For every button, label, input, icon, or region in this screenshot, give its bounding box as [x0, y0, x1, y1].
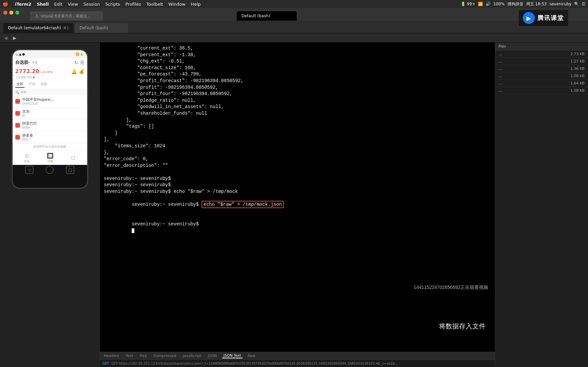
minimize-button[interactable]	[9, 11, 13, 15]
menu-toolbelt[interactable]: Toolbelt	[146, 2, 163, 7]
item-name: ...	[499, 59, 502, 63]
battery-icon: 🔋 99+	[461, 2, 475, 6]
bp-tab-json-text[interactable]: JSON Text	[222, 353, 242, 358]
terminal-cursor	[132, 228, 134, 233]
stock-item-pingan[interactable]: 中国平安Hogwar... SH601318	[13, 95, 87, 107]
json-line-2: "percent_ext": -1.38,	[104, 52, 491, 59]
json-line-4: "contract_size": 100,	[104, 65, 491, 71]
bp-tab-javascript[interactable]: JavaScript	[182, 354, 203, 358]
stock-price-row: 2772.20 +0.26% 🔔 💰	[13, 67, 87, 75]
stock-item-pinduoduo[interactable]: 拼多多 PDD	[13, 131, 87, 143]
recent-gesture[interactable]: □	[66, 166, 74, 174]
maximize-button[interactable]	[15, 11, 19, 15]
save-annotation: 将数据存入文件	[436, 320, 488, 332]
bp-tab-hex[interactable]: Hex	[138, 354, 148, 358]
menu-shell[interactable]: Shell	[37, 2, 49, 7]
wifi-icon: 📶	[478, 2, 483, 6]
app-market: 市场	[32, 61, 38, 65]
bp-tab-text[interactable]: Text	[124, 354, 134, 358]
apple-menu[interactable]: 🍎	[3, 1, 8, 7]
json-line-3: "chg_ext": -0.51,	[104, 58, 491, 65]
stock-column-header: 🔍 名称	[13, 89, 87, 95]
app-header: 自选股· 市场 ↻ ☰	[13, 58, 87, 67]
hq-icon: 🔲	[47, 153, 54, 159]
bp-tab-raw[interactable]: Raw	[246, 354, 257, 358]
menu-session[interactable]: Session	[83, 2, 100, 7]
phone-bottom-nav: ⊙ 至场 🔲 行情 ◻	[13, 150, 87, 165]
json-line-6: "profit_forecast": -982196394.0850592,	[104, 78, 491, 84]
alibaba-code: BABA	[22, 126, 37, 129]
menu-help[interactable]: Help	[191, 2, 201, 7]
tab-all[interactable]: 全部	[15, 81, 25, 88]
phone-simulator-panel: △ ▲ ● 📶 🔋 自选股· 市场 ↻ ☰ 2772.20	[0, 43, 100, 367]
json-line-17: },	[104, 150, 491, 156]
json-line-15: ],	[104, 136, 491, 143]
menu-view[interactable]: View	[68, 2, 78, 7]
menu-bar-right: 🔋 99+ 📶 🔊 100% 搜狗拼音 周五 18:53 seveniruby …	[461, 1, 585, 7]
terminal-container: "current_ext": 36.5, "percent_ext": -1.3…	[100, 43, 495, 367]
json-line-10: "goodwill_in_net_assets": null,	[104, 104, 491, 110]
menu-edit[interactable]: Edit	[54, 2, 63, 7]
index-sub: 日由 ●	[27, 76, 35, 79]
jd-name: 京东	[22, 109, 30, 114]
username: seveniruby	[549, 2, 571, 6]
phone-frame: △ ▲ ● 📶 🔋 自选股· 市场 ↻ ☰ 2772.20	[12, 49, 88, 189]
json-line-14: }	[104, 130, 491, 137]
json-line-9: "pledge_ratio": null,	[104, 97, 491, 104]
prompt-line-2: seveniruby:~ seveniruby$	[104, 182, 491, 188]
app-icons: ↻ ☰	[74, 60, 84, 65]
search-icon[interactable]: 🔍	[574, 2, 579, 6]
menu-scripts[interactable]: Scripts	[105, 2, 120, 7]
login-prompt: 登录即可永久保存自选股	[13, 143, 87, 150]
pingan-name: 中国平安Hogwar...	[22, 97, 54, 102]
search-icon: 🔍	[15, 90, 19, 94]
pdd-logo	[15, 135, 20, 140]
play-button-icon[interactable]: ▶	[523, 12, 535, 24]
back-arrow[interactable]: ◀	[3, 35, 9, 41]
close-button[interactable]	[3, 11, 7, 15]
tab-emulator-crash[interactable]: Default (emulator64crash) ⌘1	[3, 23, 74, 33]
nav-market[interactable]: ⊙ 至场	[24, 153, 29, 163]
menu-profiles[interactable]: Profiles	[125, 2, 141, 7]
menu-window[interactable]: Window	[168, 2, 185, 7]
menu-icon[interactable]: ☰	[582, 2, 585, 6]
right-panel-item-1: ... 2.73 KB	[495, 51, 588, 58]
item-size-5: 1.64 KB	[570, 81, 585, 85]
item-size-4: 1.08 KB	[570, 74, 585, 78]
hq-label: 行情	[48, 160, 53, 163]
fund-icon[interactable]: 💰	[79, 69, 84, 74]
json-line-16: "items_size": 1024	[104, 143, 491, 150]
stock-item-alibaba[interactable]: 阿里巴巴 BABA	[13, 119, 87, 131]
stock-item-jd[interactable]: 京东 JD	[13, 107, 87, 119]
right-panel-item-5: ... 1.64 KB	[495, 80, 588, 87]
pingan-logo	[15, 99, 20, 104]
bp-tab-json[interactable]: JSON	[207, 354, 218, 358]
terminal-output[interactable]: "current_ext": 36.5, "percent_ext": -1.3…	[100, 43, 495, 352]
tab-icon: ⚠️	[35, 13, 39, 19]
back-gesture[interactable]: ◁	[25, 166, 33, 174]
refresh-icon[interactable]: ↻	[74, 60, 78, 65]
menu-iterm2[interactable]: iTerm2	[15, 2, 31, 7]
other-icon: ◻	[71, 154, 75, 161]
right-panel-item-4: ... 1.08 KB	[495, 72, 588, 80]
json-line-1: "current_ext": 36.5,	[104, 45, 491, 52]
item-size-2: 1.27 KB	[570, 59, 585, 63]
session-tab-bar: Default (emulator64crash) ⌘1 Default (ba…	[0, 21, 588, 33]
nav-other[interactable]: ◻	[71, 154, 75, 161]
stock-index-price: 2772.20	[15, 68, 40, 74]
tab-default-bash[interactable]: Default (bash)	[75, 23, 128, 33]
bell-icon[interactable]: 🔔	[71, 69, 77, 74]
bp-tab-compressed[interactable]: Compressed	[152, 354, 177, 358]
bp-tab-headers[interactable]: Headers	[102, 354, 120, 358]
nav-hq[interactable]: 🔲 行情	[47, 153, 54, 163]
forward-arrow[interactable]: ▶	[12, 35, 18, 41]
settings-icon[interactable]: ☰	[80, 60, 84, 65]
json-line-5: "pe_forecast": -43.799,	[104, 71, 491, 78]
tab-usstock[interactable]: 美股	[39, 81, 49, 88]
tab-default-bash-right[interactable]: Default (bash)	[237, 11, 297, 21]
home-gesture[interactable]: ○	[46, 166, 54, 174]
market-label: 至场	[24, 160, 29, 163]
tab-hushen[interactable]: 沪深	[27, 81, 37, 88]
tab-https-cert[interactable]: ⚠️ https证书安装方式 - 霍格沃...	[30, 11, 103, 21]
name-header: 名称	[21, 90, 27, 94]
